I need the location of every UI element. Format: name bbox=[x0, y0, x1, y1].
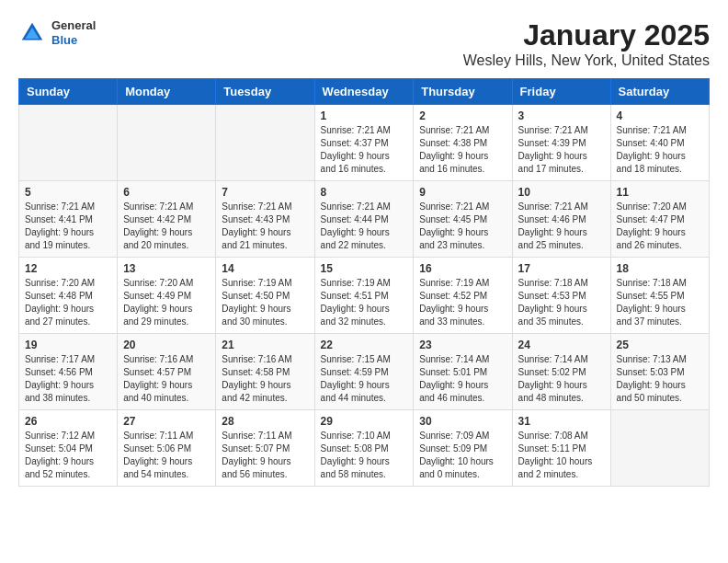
day-number: 20 bbox=[123, 339, 210, 351]
header: General Blue January 2025 Wesley Hills, … bbox=[18, 18, 710, 69]
calendar-cell: 4Sunrise: 7:21 AM Sunset: 4:40 PM Daylig… bbox=[610, 105, 709, 181]
calendar-cell: 10Sunrise: 7:21 AM Sunset: 4:46 PM Dayli… bbox=[512, 181, 610, 258]
calendar-week-row: 5Sunrise: 7:21 AM Sunset: 4:41 PM Daylig… bbox=[19, 181, 710, 258]
day-number: 24 bbox=[518, 339, 605, 351]
calendar-week-row: 19Sunrise: 7:17 AM Sunset: 4:56 PM Dayli… bbox=[19, 334, 710, 410]
day-number: 25 bbox=[617, 339, 703, 351]
calendar-cell: 16Sunrise: 7:19 AM Sunset: 4:52 PM Dayli… bbox=[414, 258, 512, 334]
day-number: 6 bbox=[123, 186, 210, 199]
calendar-cell: 7Sunrise: 7:21 AM Sunset: 4:43 PM Daylig… bbox=[216, 181, 314, 258]
calendar-cell: 11Sunrise: 7:20 AM Sunset: 4:47 PM Dayli… bbox=[610, 181, 709, 258]
day-info: Sunrise: 7:21 AM Sunset: 4:41 PM Dayligh… bbox=[25, 201, 111, 252]
day-info: Sunrise: 7:16 AM Sunset: 4:57 PM Dayligh… bbox=[123, 353, 210, 405]
calendar-cell: 3Sunrise: 7:21 AM Sunset: 4:39 PM Daylig… bbox=[512, 105, 610, 181]
calendar: SundayMondayTuesdayWednesdayThursdayFrid… bbox=[18, 78, 710, 487]
day-number: 4 bbox=[617, 109, 703, 122]
day-number: 7 bbox=[222, 186, 308, 199]
day-info: Sunrise: 7:21 AM Sunset: 4:44 PM Dayligh… bbox=[321, 201, 408, 252]
day-number: 14 bbox=[222, 262, 308, 275]
weekday-header: Sunday bbox=[19, 79, 118, 105]
calendar-cell: 13Sunrise: 7:20 AM Sunset: 4:49 PM Dayli… bbox=[118, 258, 216, 334]
day-number: 15 bbox=[321, 262, 408, 275]
logo-text: General Blue bbox=[51, 18, 96, 47]
weekday-header: Saturday bbox=[610, 79, 709, 105]
day-number: 29 bbox=[321, 415, 408, 428]
calendar-cell: 30Sunrise: 7:09 AM Sunset: 5:09 PM Dayli… bbox=[414, 410, 512, 487]
day-info: Sunrise: 7:19 AM Sunset: 4:51 PM Dayligh… bbox=[321, 277, 408, 328]
calendar-cell: 1Sunrise: 7:21 AM Sunset: 4:37 PM Daylig… bbox=[314, 105, 414, 181]
day-number: 9 bbox=[419, 186, 506, 199]
calendar-cell: 2Sunrise: 7:21 AM Sunset: 4:38 PM Daylig… bbox=[414, 105, 512, 181]
day-info: Sunrise: 7:08 AM Sunset: 5:11 PM Dayligh… bbox=[518, 430, 605, 481]
calendar-cell: 25Sunrise: 7:13 AM Sunset: 5:03 PM Dayli… bbox=[610, 334, 709, 410]
day-info: Sunrise: 7:14 AM Sunset: 5:02 PM Dayligh… bbox=[518, 353, 605, 405]
day-number: 1 bbox=[321, 109, 408, 122]
calendar-cell: 28Sunrise: 7:11 AM Sunset: 5:07 PM Dayli… bbox=[216, 410, 314, 487]
calendar-cell: 27Sunrise: 7:11 AM Sunset: 5:06 PM Dayli… bbox=[118, 410, 216, 487]
calendar-cell: 20Sunrise: 7:16 AM Sunset: 4:57 PM Dayli… bbox=[118, 334, 216, 410]
logo-icon bbox=[18, 19, 46, 47]
day-info: Sunrise: 7:17 AM Sunset: 4:56 PM Dayligh… bbox=[25, 353, 111, 405]
day-number: 30 bbox=[419, 415, 506, 428]
calendar-cell bbox=[216, 105, 314, 181]
day-number: 26 bbox=[25, 415, 111, 428]
day-number: 19 bbox=[25, 339, 111, 351]
day-info: Sunrise: 7:11 AM Sunset: 5:07 PM Dayligh… bbox=[222, 430, 308, 481]
day-number: 10 bbox=[518, 186, 605, 199]
day-number: 21 bbox=[222, 339, 308, 351]
day-number: 8 bbox=[321, 186, 408, 199]
day-info: Sunrise: 7:21 AM Sunset: 4:38 PM Dayligh… bbox=[419, 124, 506, 176]
calendar-cell: 14Sunrise: 7:19 AM Sunset: 4:50 PM Dayli… bbox=[216, 258, 314, 334]
day-info: Sunrise: 7:11 AM Sunset: 5:06 PM Dayligh… bbox=[123, 430, 210, 481]
weekday-header: Monday bbox=[118, 79, 216, 105]
day-number: 2 bbox=[419, 109, 506, 122]
calendar-cell: 9Sunrise: 7:21 AM Sunset: 4:45 PM Daylig… bbox=[414, 181, 512, 258]
calendar-cell: 19Sunrise: 7:17 AM Sunset: 4:56 PM Dayli… bbox=[19, 334, 118, 410]
day-info: Sunrise: 7:18 AM Sunset: 4:55 PM Dayligh… bbox=[617, 277, 703, 328]
day-number: 3 bbox=[518, 109, 605, 122]
calendar-week-row: 1Sunrise: 7:21 AM Sunset: 4:37 PM Daylig… bbox=[19, 105, 710, 181]
day-number: 27 bbox=[123, 415, 210, 428]
day-info: Sunrise: 7:14 AM Sunset: 5:01 PM Dayligh… bbox=[419, 353, 506, 405]
calendar-cell: 21Sunrise: 7:16 AM Sunset: 4:58 PM Dayli… bbox=[216, 334, 314, 410]
day-info: Sunrise: 7:20 AM Sunset: 4:48 PM Dayligh… bbox=[25, 277, 111, 328]
weekday-header: Thursday bbox=[414, 79, 512, 105]
calendar-cell: 8Sunrise: 7:21 AM Sunset: 4:44 PM Daylig… bbox=[314, 181, 414, 258]
calendar-cell: 6Sunrise: 7:21 AM Sunset: 4:42 PM Daylig… bbox=[118, 181, 216, 258]
day-info: Sunrise: 7:15 AM Sunset: 4:59 PM Dayligh… bbox=[321, 353, 408, 405]
day-number: 16 bbox=[419, 262, 506, 275]
day-info: Sunrise: 7:12 AM Sunset: 5:04 PM Dayligh… bbox=[25, 430, 111, 481]
day-number: 23 bbox=[419, 339, 506, 351]
day-info: Sunrise: 7:21 AM Sunset: 4:37 PM Dayligh… bbox=[321, 124, 408, 176]
day-info: Sunrise: 7:16 AM Sunset: 4:58 PM Dayligh… bbox=[222, 353, 308, 405]
logo: General Blue bbox=[18, 18, 96, 47]
calendar-cell: 17Sunrise: 7:18 AM Sunset: 4:53 PM Dayli… bbox=[512, 258, 610, 334]
day-info: Sunrise: 7:18 AM Sunset: 4:53 PM Dayligh… bbox=[518, 277, 605, 328]
location: Wesley Hills, New York, United States bbox=[463, 52, 710, 69]
day-info: Sunrise: 7:19 AM Sunset: 4:52 PM Dayligh… bbox=[419, 277, 506, 328]
calendar-cell: 29Sunrise: 7:10 AM Sunset: 5:08 PM Dayli… bbox=[314, 410, 414, 487]
calendar-cell: 22Sunrise: 7:15 AM Sunset: 4:59 PM Dayli… bbox=[314, 334, 414, 410]
day-info: Sunrise: 7:21 AM Sunset: 4:39 PM Dayligh… bbox=[518, 124, 605, 176]
day-number: 17 bbox=[518, 262, 605, 275]
day-info: Sunrise: 7:20 AM Sunset: 4:49 PM Dayligh… bbox=[123, 277, 210, 328]
day-number: 12 bbox=[25, 262, 111, 275]
calendar-week-row: 26Sunrise: 7:12 AM Sunset: 5:04 PM Dayli… bbox=[19, 410, 710, 487]
day-info: Sunrise: 7:13 AM Sunset: 5:03 PM Dayligh… bbox=[617, 353, 703, 405]
logo-general: General bbox=[51, 18, 96, 33]
day-info: Sunrise: 7:21 AM Sunset: 4:46 PM Dayligh… bbox=[518, 201, 605, 252]
calendar-cell bbox=[610, 410, 709, 487]
month-title: January 2025 bbox=[463, 18, 710, 52]
weekday-header: Tuesday bbox=[216, 79, 314, 105]
day-info: Sunrise: 7:10 AM Sunset: 5:08 PM Dayligh… bbox=[321, 430, 408, 481]
weekday-header: Friday bbox=[512, 79, 610, 105]
day-number: 22 bbox=[321, 339, 408, 351]
day-info: Sunrise: 7:21 AM Sunset: 4:43 PM Dayligh… bbox=[222, 201, 308, 252]
day-info: Sunrise: 7:09 AM Sunset: 5:09 PM Dayligh… bbox=[419, 430, 506, 481]
weekday-header-row: SundayMondayTuesdayWednesdayThursdayFrid… bbox=[19, 79, 710, 105]
day-number: 11 bbox=[617, 186, 703, 199]
day-number: 5 bbox=[25, 186, 111, 199]
logo-blue: Blue bbox=[51, 33, 96, 48]
weekday-header: Wednesday bbox=[314, 79, 414, 105]
day-number: 18 bbox=[617, 262, 703, 275]
